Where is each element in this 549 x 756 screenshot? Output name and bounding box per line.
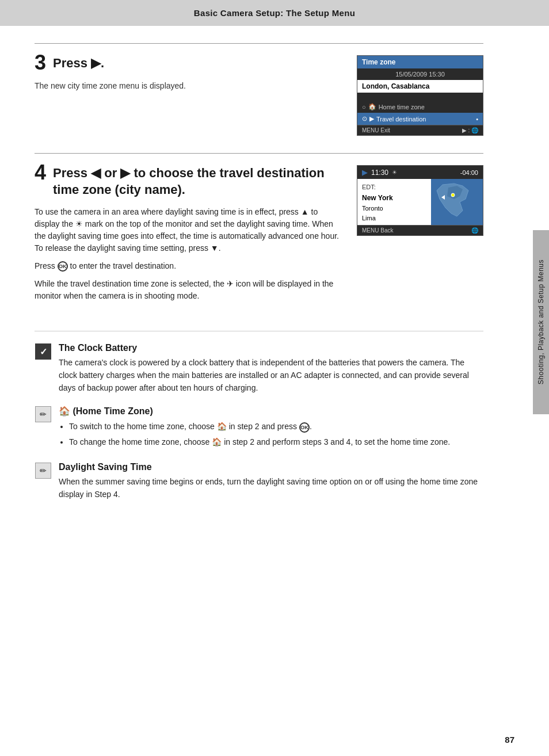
home-tz-bullet1: To switch to the home time zone, choose … xyxy=(69,420,483,433)
header-title: Basic Camera Setup: The Setup Menu xyxy=(194,8,355,18)
step4-para1: To use the camera in an area where dayli… xyxy=(35,206,340,254)
clock-battery-body: The camera's clock is powered by a clock… xyxy=(59,357,483,394)
clock-battery-note: ✓ The Clock Battery The camera's clock i… xyxy=(35,343,483,394)
cs2-city2: Toronto xyxy=(362,204,426,214)
cs-datetime: 15/05/2009 15:30 xyxy=(357,68,483,80)
sidebar-label: Shooting, Playback and Setup Menus xyxy=(537,259,545,384)
cs-footer-right: ▶ : 🌐 xyxy=(462,127,478,133)
ok-icon-1: OK xyxy=(299,422,310,433)
cs-home-option: ○ 🏠 Home time zone xyxy=(357,101,483,113)
home-tz-title-text: (Home Time Zone) xyxy=(73,406,152,416)
step3-screen: Time zone 15/05/2009 15:30 London, Casab… xyxy=(357,55,483,136)
cs2-map-row: EDT: New York Toronto Lima xyxy=(357,179,483,225)
step3-title: Press ▶. xyxy=(53,55,340,72)
cs2-dst-icon: ☀ xyxy=(392,169,397,175)
cs-travel-option: ⊙ ▶ Travel destination • xyxy=(357,113,483,125)
home-time-zone-title: 🏠 (Home Time Zone) xyxy=(59,406,483,417)
dst-icon: ☀ xyxy=(75,219,83,228)
cs2-city3: Lima xyxy=(362,213,426,224)
cs2-arrow-icon: ▶ xyxy=(362,168,368,177)
home-time-zone-content: 🏠 (Home Time Zone) To switch to the home… xyxy=(59,406,483,450)
step4-content: 4 Press ◀ or ▶ to choose the travel dest… xyxy=(35,165,483,308)
cs2-offset: -04:00 xyxy=(460,169,478,176)
step3-text: 3 Press ▶. The new city time zone menu i… xyxy=(35,55,340,90)
clock-battery-title: The Clock Battery xyxy=(59,343,483,353)
pencil-icon-container: ✏ xyxy=(35,406,52,423)
home-tz-bullets: To switch to the home time zone, choose … xyxy=(59,420,483,448)
cs2-map-area xyxy=(431,179,483,225)
step3-title-block: Press ▶. xyxy=(53,55,340,72)
main-content: 3 Press ▶. The new city time zone menu i… xyxy=(0,26,518,535)
cs2-topbar: ▶ 11:30 ☀ -04:00 xyxy=(357,166,483,179)
cs-bullet-marker: • xyxy=(476,116,478,123)
step3-header: 3 Press ▶. xyxy=(35,55,340,73)
cs2-edt-label: EDT: xyxy=(362,182,426,193)
step3-number: 3 xyxy=(35,52,46,73)
step3-content: 3 Press ▶. The new city time zone menu i… xyxy=(35,55,483,136)
page-header: Basic Camera Setup: The Setup Menu xyxy=(0,0,549,26)
cs2-time: 11:30 xyxy=(371,169,388,177)
cs-footer-left: MENU Exit xyxy=(362,127,390,133)
daylight-saving-note: ✏ Daylight Saving Time When the summer s… xyxy=(35,462,483,501)
step4-para3: While the travel destination time zone i… xyxy=(35,278,340,302)
cs2-city1: New York xyxy=(362,193,426,204)
daylight-saving-content: Daylight Saving Time When the summer sav… xyxy=(59,462,483,501)
daylight-saving-body: When the summer saving time begins or en… xyxy=(59,476,483,501)
step4-title: Press ◀ or ▶ to choose the travel destin… xyxy=(53,165,340,198)
step4-section: 4 Press ◀ or ▶ to choose the travel dest… xyxy=(35,165,483,308)
cs2-footer-right: 🌐 xyxy=(471,227,478,234)
cs-city: London, Casablanca xyxy=(357,80,483,93)
step4-text: 4 Press ◀ or ▶ to choose the travel dest… xyxy=(35,165,340,308)
cs2-topbar-left: ▶ 11:30 ☀ xyxy=(362,168,397,177)
step4-divider xyxy=(35,153,483,154)
step3-divider xyxy=(35,43,483,44)
map-svg xyxy=(431,179,483,225)
sidebar-tab: Shooting, Playback and Setup Menus xyxy=(533,230,549,414)
pencil-icon2: ✏ xyxy=(35,463,51,479)
page-number: 87 xyxy=(505,735,514,744)
cs-home-label: Home time zone xyxy=(379,104,425,110)
step4-number: 4 xyxy=(35,162,46,183)
step3-section: 3 Press ▶. The new city time zone menu i… xyxy=(35,55,483,136)
cs-spacer xyxy=(357,93,483,101)
home-time-zone-note: ✏ 🏠 (Home Time Zone) To switch to the ho… xyxy=(35,406,483,450)
cs-travel-label: Travel destination xyxy=(376,116,426,123)
cs-arrow-right-icon: ▶ xyxy=(369,115,374,123)
cs-footer: MENU Exit ▶ : 🌐 xyxy=(357,125,483,135)
cs-home-icon: 🏠 xyxy=(368,103,376,110)
notes-section: ✓ The Clock Battery The camera's clock i… xyxy=(35,331,483,501)
cs-title: Time zone xyxy=(357,56,483,68)
cs2-footer: MENU Back 🌐 xyxy=(357,225,483,235)
pencil-icon2-container: ✏ xyxy=(35,462,52,479)
cs-radio-filled: ⊙ xyxy=(362,115,367,123)
step4-title-block: Press ◀ or ▶ to choose the travel destin… xyxy=(53,165,340,198)
clock-battery-content: The Clock Battery The camera's clock is … xyxy=(59,343,483,394)
cs2-footer-left: MENU Back xyxy=(362,227,393,234)
home-tz-bullet2: To change the home time zone, choose 🏠 i… xyxy=(69,436,483,448)
pencil-icon: ✏ xyxy=(35,406,51,422)
checkmark-icon: ✓ xyxy=(35,343,51,360)
step4-header: 4 Press ◀ or ▶ to choose the travel dest… xyxy=(35,165,340,198)
cs2-city-block: EDT: New York Toronto Lima xyxy=(357,179,431,225)
checkmark-icon-container: ✓ xyxy=(35,343,52,360)
step3-description: The new city time zone menu is displayed… xyxy=(35,81,340,90)
svg-point-1 xyxy=(451,193,455,197)
daylight-saving-title: Daylight Saving Time xyxy=(59,462,483,472)
step4-screen: ▶ 11:30 ☀ -04:00 EDT: New York Toronto L… xyxy=(357,165,483,236)
cs-radio-empty: ○ xyxy=(362,104,366,110)
step4-para2: Press OK to enter the travel destination… xyxy=(35,260,340,272)
ok-button-icon: OK xyxy=(58,261,68,272)
